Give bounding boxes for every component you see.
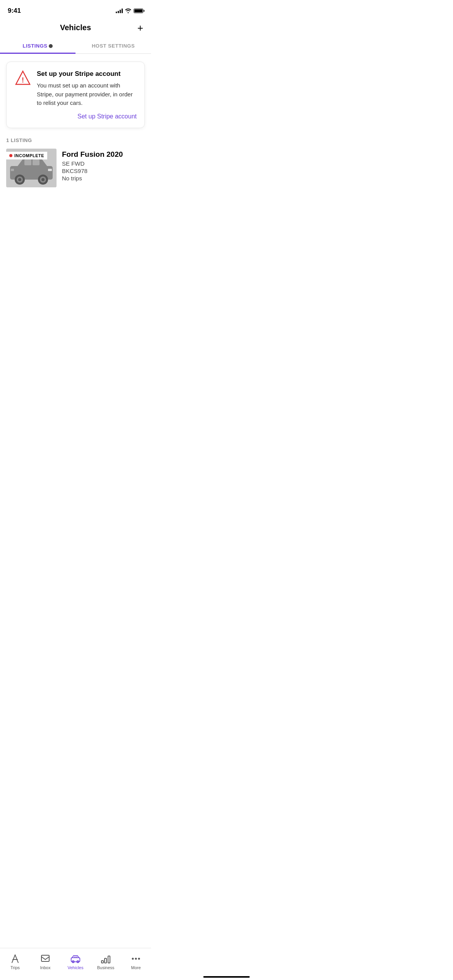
stripe-setup-link[interactable]: Set up Stripe account <box>14 113 137 120</box>
tab-listings[interactable]: LISTINGS <box>0 38 76 53</box>
vehicle-trim: SE FWD <box>62 160 145 167</box>
status-icons <box>116 9 143 13</box>
vehicle-card[interactable]: INCOMPLETE Ford Fusion 2020 SE FWD BKCS9… <box>6 149 145 187</box>
battery-icon <box>134 9 143 13</box>
incomplete-label: INCOMPLETE <box>14 153 44 158</box>
incomplete-dot <box>9 154 12 157</box>
warning-title: Set up your Stripe account <box>37 70 137 78</box>
main-content: ! Set up your Stripe account You must se… <box>0 54 151 195</box>
add-vehicle-button[interactable]: + <box>137 23 143 33</box>
incomplete-badge: INCOMPLETE <box>6 152 47 159</box>
vehicle-name: Ford Fusion 2020 <box>62 150 145 159</box>
vehicle-info: Ford Fusion 2020 SE FWD BKCS978 No trips <box>62 149 145 182</box>
vehicle-image: INCOMPLETE <box>6 149 57 187</box>
status-bar: 9:41 <box>0 0 151 19</box>
notification-dot <box>49 44 53 48</box>
svg-rect-4 <box>33 159 39 165</box>
vehicle-plate: BKCS978 <box>62 168 145 174</box>
warning-body: You must set up an account with Stripe, … <box>37 81 137 108</box>
svg-rect-11 <box>48 169 52 171</box>
svg-point-10 <box>41 178 45 181</box>
svg-point-7 <box>18 178 21 181</box>
listing-count: 1 LISTING <box>6 137 145 143</box>
stripe-warning-card: ! Set up your Stripe account You must se… <box>6 62 145 128</box>
wifi-icon <box>125 9 131 13</box>
svg-text:!: ! <box>22 76 24 84</box>
svg-rect-12 <box>11 169 14 171</box>
tab-host-settings[interactable]: HOST SETTINGS <box>76 38 151 53</box>
svg-rect-3 <box>24 159 31 165</box>
warning-text-block: Set up your Stripe account You must set … <box>37 70 137 108</box>
status-time: 9:41 <box>8 7 21 15</box>
page-header: Vehicles + <box>0 19 151 38</box>
vehicle-trips: No trips <box>62 175 145 182</box>
tabs-container: LISTINGS HOST SETTINGS <box>0 38 151 54</box>
warning-triangle-icon: ! <box>14 70 31 87</box>
page-title: Vehicles <box>60 23 91 32</box>
warning-card-header: ! Set up your Stripe account You must se… <box>14 70 137 108</box>
signal-bars-icon <box>116 9 123 13</box>
